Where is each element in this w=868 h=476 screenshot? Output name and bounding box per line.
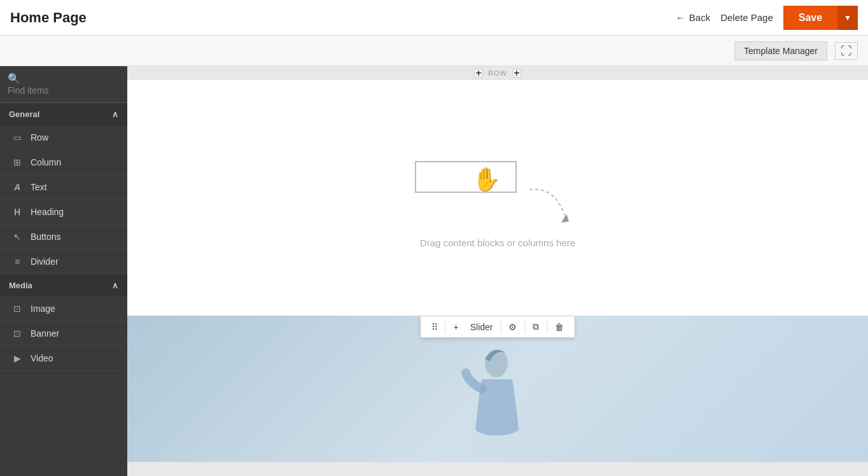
slider-add-button[interactable]: + [449,319,464,335]
back-arrow-icon: ← [676,12,685,23]
column-icon: ⊞ [11,157,23,167]
sidebar-item-divider[interactable]: ≡ Divider [0,249,127,274]
fullscreen-icon: ⛶ [841,45,852,57]
divider-icon: ≡ [11,256,23,267]
video-icon: ▶ [11,353,23,363]
collapse-icon: ∧ [112,109,118,119]
sidebar-item-column[interactable]: ⊞ Column [0,150,127,175]
text-icon: A [11,182,23,192]
toolbar-sep-3 [524,321,525,333]
sub-header: Template Manager ⛶ [0,36,868,66]
back-button[interactable]: ← Back [676,12,710,23]
canvas-area: + ROW + ✋ Drag content blocks or columns… [127,66,868,476]
slider-delete-button[interactable]: 🗑 [550,319,569,335]
row-handle-right[interactable]: + [512,69,521,78]
row-handle-left[interactable]: + [474,69,483,78]
heading-icon: H [11,207,23,217]
search-input[interactable] [8,85,120,95]
header-actions: ← Back Delete Page Save ▼ [676,6,858,30]
general-section-header[interactable]: General ∧ [0,103,127,125]
drag-arrow [523,183,574,228]
toolbar-sep-1 [445,321,446,333]
sidebar-search-container: 🔍 [0,66,127,103]
main-layout: 🔍 General ∧ ▭ Row ⊞ Column A Text H Head… [0,66,868,476]
sidebar-item-video[interactable]: ▶ Video [0,346,127,371]
page-title: Home Page [10,10,87,26]
media-collapse-icon: ∧ [112,281,118,290]
sidebar-item-image[interactable]: ⊡ Image [0,297,127,321]
save-button[interactable]: Save [783,6,837,30]
person-figure [459,347,536,462]
row-label-bar: + ROW + [127,66,868,80]
drop-zone[interactable]: ✋ Drag content blocks or columns here [127,80,868,316]
media-section-header[interactable]: Media ∧ [0,274,127,297]
slider-toolbar: ⠿ + Slider ⚙ ⧉ 🗑 [421,316,575,338]
image-icon: ⊡ [11,304,23,314]
slider-block: ⠿ + Slider ⚙ ⧉ 🗑 [127,316,868,462]
save-dropdown-button[interactable]: ▼ [837,6,858,30]
template-manager-button[interactable]: Template Manager [734,41,827,60]
save-button-group: Save ▼ [783,6,858,30]
drag-hand-icon: ✋ [472,166,501,193]
sidebar-item-banner[interactable]: ⊡ Banner [0,321,127,346]
slider-grid-icon[interactable]: ⠿ [426,319,443,335]
sidebar-item-heading[interactable]: H Heading [0,200,127,225]
row-block-1: + ROW + ✋ Drag content blocks or columns… [127,66,868,316]
toolbar-sep-2 [500,321,501,333]
slider-copy-button[interactable]: ⧉ [528,319,544,335]
drag-box [415,161,517,193]
slider-label: Slider [465,319,498,335]
fullscreen-button[interactable]: ⛶ [835,42,858,60]
delete-page-button[interactable]: Delete Page [720,12,773,23]
sidebar-item-text[interactable]: A Text [0,175,127,200]
banner-icon: ⊡ [11,328,23,339]
slider-settings-button[interactable]: ⚙ [503,319,522,335]
drag-illustration: ✋ [415,148,580,225]
svg-marker-0 [561,214,569,223]
search-icon: 🔍 [8,73,20,84]
sidebar: 🔍 General ∧ ▭ Row ⊞ Column A Text H Head… [0,66,127,476]
sidebar-item-row[interactable]: ▭ Row [0,125,127,150]
toolbar-sep-4 [547,321,547,333]
svg-point-1 [485,349,508,377]
sidebar-item-buttons[interactable]: ↖ Buttons [0,225,127,249]
app-header: Home Page ← Back Delete Page Save ▼ [0,0,868,36]
buttons-icon: ↖ [11,232,23,242]
drop-hint-text: Drag content blocks or columns here [420,237,575,248]
row-icon: ▭ [11,132,23,143]
